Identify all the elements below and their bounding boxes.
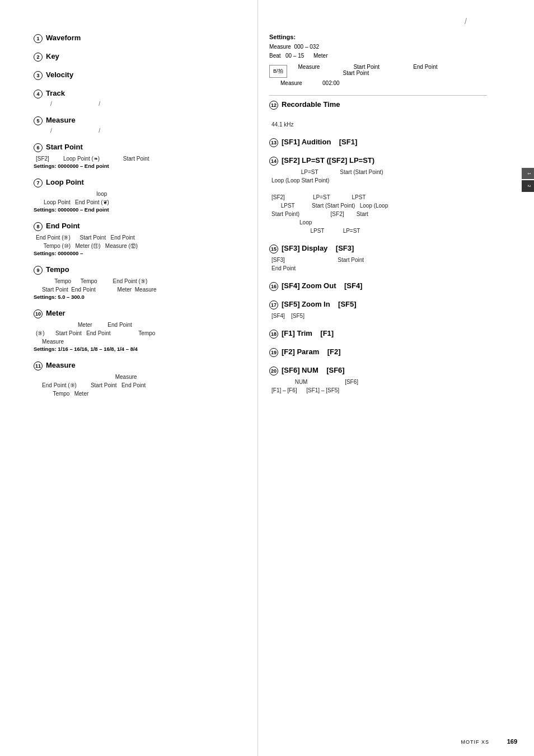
section-sf1-audition: 13 [SF1] Audition [SF1]: [269, 138, 487, 147]
num-11: 11: [34, 361, 43, 370]
num-17: 17: [269, 300, 278, 309]
side-tab-1[interactable]: 1: [522, 168, 534, 179]
section-sf5-zoom-in: 17 [SF5] Zoom In [SF5] [SF4] [SF5]: [269, 300, 487, 320]
diagram-start-point-sub: Start Point: [298, 70, 438, 76]
f2-param-label: [F2] Param [F2]: [282, 348, 340, 356]
section-title-track: 4 Track: [34, 89, 246, 98]
sf3-display-body: [SF3] Start Point End Point: [271, 256, 487, 273]
num-10: 10: [34, 309, 43, 318]
section-title-f2-param: 19 [F2] Param [F2]: [269, 348, 487, 357]
recordable-time-label: Recordable Time: [282, 100, 340, 109]
section-tempo: 9 Tempo Tempo Tempo End Point (⑨) Start …: [34, 265, 246, 300]
section-title-sf3-display: 15 [SF3] Display [SF3]: [269, 244, 487, 253]
sf5-zoom-in-body: [SF4] [SF5]: [271, 312, 487, 320]
end-point-settings: Settings: 0000000 –: [34, 250, 246, 256]
section-title-meter: 10 Meter: [34, 309, 246, 318]
section-title-end-point: 8 End Point: [34, 222, 246, 231]
section-key: 2 Key: [34, 52, 246, 62]
start-point-settings: Settings: 0000000 – End point: [34, 163, 246, 169]
sf2-lpst-label: [SF2] LP=ST ([SF2] LP=ST): [282, 156, 374, 165]
diagram-end-point: End Point: [413, 64, 437, 70]
sf2-lpst-body: LP=ST Start (Start Point) Loop (Loop Sta…: [271, 168, 487, 235]
num-9: 9: [34, 266, 43, 275]
sf5-zoom-in-label: [SF5] Zoom In [SF5]: [282, 300, 357, 308]
section-waveform: 1 Waveform: [34, 34, 246, 43]
section-title-velocity: 3 Velocity: [34, 71, 246, 80]
end-point-body: End Point (⑨) Start Point End Point Temp…: [36, 233, 246, 250]
num-18: 18: [269, 330, 278, 339]
meter-settings: Settings: 1/16 – 16/16, 1/8 – 16/8, 1/4 …: [34, 346, 246, 352]
waveform-label: Waveform: [46, 34, 81, 42]
section-velocity: 3 Velocity: [34, 71, 246, 80]
side-tab-2[interactable]: 2: [522, 180, 534, 191]
diagram-start-point: Start Point: [353, 64, 380, 70]
num-14: 14: [269, 157, 278, 166]
top-slash: /: [465, 17, 467, 26]
key-label: Key: [46, 52, 59, 60]
diagram-bottom: Measure 002:00: [280, 80, 487, 86]
num-2: 2: [34, 53, 43, 62]
num-6: 6: [34, 143, 43, 152]
num-4: 4: [34, 90, 43, 98]
section-sf2-lpst: 14 [SF2] LP=ST ([SF2] LP=ST) LP=ST Start…: [269, 156, 487, 235]
sf3-display-label: [SF3] Display [SF3]: [282, 244, 354, 252]
num-7: 7: [34, 179, 43, 187]
loop-point-body: loop Loop Point End Point (❦): [36, 190, 246, 206]
section-recordable-time: 12 Recordable Time 44.1 kHz: [269, 100, 487, 129]
section-end-point: 8 End Point End Point (⑨) Start Point En…: [34, 222, 246, 256]
settings-diagram: B/拍 Measure Start Point End Point Start …: [269, 64, 487, 86]
section-sf4-zoom-out: 16 [SF4] Zoom Out [SF4]: [269, 281, 487, 291]
section-title-measure: 5 Measure: [34, 116, 246, 125]
tempo-settings: Settings: 5.0 – 300.0: [34, 294, 246, 300]
section-start-point: 6 Start Point [SF2] Loop Point (❧) Start…: [34, 143, 246, 169]
meter-label: Meter: [46, 309, 65, 317]
meter-body: Meter End Point (⑨) Start Point End Poin…: [36, 321, 246, 346]
measure-11-label: Measure: [46, 361, 76, 369]
section-title-waveform: 1 Waveform: [34, 34, 246, 43]
right-column: Settings: Measure 000 – 032 Beat 00 – 15…: [257, 0, 498, 756]
side-tabs: 1 2: [522, 168, 534, 192]
num-16: 16: [269, 282, 278, 291]
sf6-num-label: [SF6] NUM [SF6]: [282, 366, 345, 374]
track-slash: / /: [50, 101, 246, 107]
measure-11-body: Measure End Point (⑨) Start Point End Po…: [36, 373, 246, 398]
tempo-body: Tempo Tempo End Point (⑨) Start Point En…: [36, 277, 246, 294]
num-1: 1: [34, 34, 43, 43]
beat-box: B/拍: [269, 65, 287, 78]
section-sf3-display: 15 [SF3] Display [SF3] [SF3] Start Point…: [269, 244, 487, 273]
num-15: 15: [269, 245, 278, 253]
measure-label: Measure: [46, 116, 76, 124]
num-19: 19: [269, 348, 278, 357]
left-column: 1 Waveform 2 Key 3 Velocity 4 Track /: [0, 0, 257, 756]
sf4-zoom-out-label: [SF4] Zoom Out [SF4]: [282, 281, 362, 290]
product-name: MOTIF XS: [461, 739, 490, 745]
settings-header: Settings:: [269, 34, 487, 40]
section-title-sf2-lpst: 14 [SF2] LP=ST ([SF2] LP=ST): [269, 156, 487, 166]
section-loop-point: 7 Loop Point loop Loop Point End Point (…: [34, 178, 246, 213]
recordable-time-body: 44.1 kHz: [271, 112, 487, 129]
track-label: Track: [46, 89, 65, 97]
section-title-f1-trim: 18 [F1] Trim [F1]: [269, 329, 487, 339]
section-meter: 10 Meter Meter End Point (⑨) Start Point…: [34, 309, 246, 352]
num-13: 13: [269, 138, 278, 147]
section-title-recordable-time: 12 Recordable Time: [269, 100, 487, 110]
section-measure-11: 11 Measure Measure End Point (⑨) Start P…: [34, 361, 246, 398]
section-title-sf5-zoom-in: 17 [SF5] Zoom In [SF5]: [269, 300, 487, 309]
velocity-label: Velocity: [46, 71, 73, 79]
page-number: 169: [507, 738, 517, 745]
settings-beat-range: Beat 00 – 15 Meter: [269, 51, 487, 60]
diagram-measure: Measure: [298, 64, 320, 70]
tempo-label: Tempo: [46, 265, 69, 274]
section-title-measure-11: 11 Measure: [34, 361, 246, 370]
sf1-audition-label: [SF1] Audition [SF1]: [282, 138, 357, 146]
section-measure: 5 Measure / /: [34, 116, 246, 134]
settings-block: Settings: Measure 000 – 032 Beat 00 – 15…: [269, 34, 487, 86]
num-5: 5: [34, 116, 43, 125]
section-title-sf1-audition: 13 [SF1] Audition [SF1]: [269, 138, 487, 147]
section-title-sf4-zoom-out: 16 [SF4] Zoom Out [SF4]: [269, 281, 487, 291]
section-title-loop-point: 7 Loop Point: [34, 178, 246, 187]
end-point-label: End Point: [46, 222, 80, 230]
section-f1-trim: 18 [F1] Trim [F1]: [269, 329, 487, 339]
loop-point-label: Loop Point: [46, 178, 84, 186]
f1-trim-label: [F1] Trim [F1]: [282, 329, 334, 337]
